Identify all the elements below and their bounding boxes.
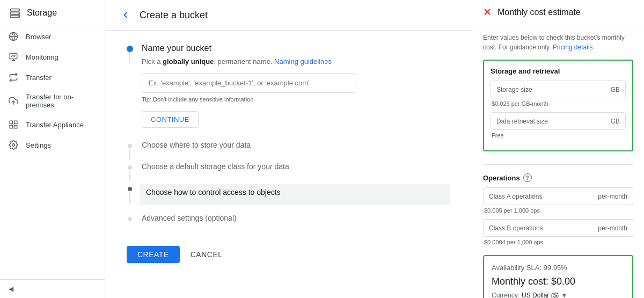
storage-retrieval-box: Storage and retrieval Storage size GB $0… [483, 60, 633, 151]
step-bullet-advanced [128, 217, 132, 221]
page-title: Create a bucket [140, 10, 208, 21]
monthly-cost: Monthly cost: $0.00 [492, 276, 625, 287]
step-name-subtitle: Pick a globally unique, permanent name. … [142, 57, 450, 66]
storage-icon [9, 6, 21, 19]
availability-box: Availability SLA: 99.95% Monthly cost: $… [483, 255, 633, 298]
step-bullet-class [128, 165, 132, 170]
svg-rect-12 [10, 121, 12, 123]
grid-icon [9, 120, 18, 129]
transfer-appliance-label: Transfer Appliance [26, 121, 84, 129]
svg-point-3 [18, 10, 19, 11]
input-tip: Tip: Don't include any sensitive informa… [142, 96, 450, 103]
step-bullet-access [128, 187, 132, 191]
cost-divider-1 [483, 164, 633, 165]
transfer-label: Transfer [26, 74, 52, 82]
class-b-rate: $0.0004 per 1,000 ops [483, 239, 633, 245]
class-b-input[interactable] [576, 224, 598, 232]
sidebar-header: Storage [0, 0, 105, 26]
currency-dropdown[interactable]: ▼ [561, 292, 567, 298]
step-advanced: Advanced settings (optional) [127, 214, 450, 233]
monitoring-icon [9, 52, 18, 62]
retrieval-size-input[interactable] [579, 117, 611, 125]
retrieval-size-unit: GB [611, 118, 620, 125]
storage-retrieval-section: Storage and retrieval Storage size GB $0… [472, 60, 644, 160]
storage-size-unit: GB [611, 86, 620, 93]
browser-icon [9, 32, 18, 41]
step-store-title: Choose where to store your data [142, 141, 450, 149]
step-store: Choose where to store your data [127, 141, 450, 160]
create-button[interactable]: CREATE [127, 246, 180, 263]
sidebar-item-transfer[interactable]: Transfer [0, 67, 100, 88]
class-b-label: Class B operations [489, 224, 576, 232]
svg-point-4 [18, 13, 19, 14]
class-a-label: Class A operations [489, 193, 576, 200]
operations-section: Operations ? Class A operations per-mont… [472, 173, 644, 255]
browser-label: Browser [26, 33, 52, 41]
continue-button[interactable]: CONTINUE [142, 111, 199, 128]
class-b-unit: per-month [598, 224, 627, 232]
step-name: Name your bucket Pick a globally unique,… [127, 43, 450, 139]
step-connector-4 [129, 192, 130, 203]
storage-size-label: Storage size [496, 86, 579, 93]
currency-label: Currency: [492, 292, 519, 298]
storage-size-input[interactable] [579, 85, 611, 93]
sidebar-item-browser[interactable]: Browser [0, 26, 100, 47]
step-connector [129, 52, 130, 63]
naming-guidelines-link[interactable]: Naming guidelines [274, 57, 332, 66]
class-b-row: Class B operations per-month [483, 219, 633, 237]
close-cost-button[interactable]: ✕ [483, 8, 491, 17]
svg-point-5 [18, 16, 19, 17]
retrieval-size-row: Data retrieval size GB [491, 112, 626, 130]
svg-rect-15 [14, 126, 17, 128]
class-a-row: Class A operations per-month [483, 187, 633, 205]
sidebar-item-settings[interactable]: Settings [0, 135, 100, 155]
settings-label: Settings [26, 141, 51, 149]
sidebar-title: Storage [27, 8, 57, 18]
transfer-icon [9, 72, 18, 82]
currency-value: US Dollar ($) [522, 292, 559, 298]
back-button[interactable] [118, 8, 133, 23]
sidebar-item-monitoring[interactable]: Monitoring [0, 47, 100, 67]
bucket-name-input-container[interactable] [142, 73, 356, 93]
operations-help-icon[interactable]: ? [523, 173, 532, 182]
step-access-content: Choose how to control access to objects [142, 184, 450, 212]
pricing-details-link[interactable]: Pricing details [553, 43, 593, 51]
step-store-content: Choose where to store your data [142, 141, 450, 160]
step-storage-class: Choose a default storage class for your … [127, 162, 450, 181]
storage-rate: $0.026 per GB-month [491, 100, 626, 107]
step-storage-class-title: Choose a default storage class for your … [142, 162, 450, 171]
main-content: Create a bucket Name your bucket Pick a … [105, 0, 472, 298]
step-access-title: Choose how to control access to objects [146, 188, 444, 197]
upload-cloud-icon [9, 96, 18, 106]
monitoring-label: Monitoring [26, 53, 58, 61]
step-bullet-store [128, 144, 132, 148]
svg-point-16 [12, 144, 15, 147]
step-connector-2 [129, 149, 130, 160]
cost-panel-header: ✕ Monthly cost estimate [472, 0, 644, 25]
step-advanced-title: Advanced settings (optional) [142, 214, 450, 222]
transfer-on-premises-label: Transfer for on-premises [26, 93, 92, 109]
collapse-icon: ◀ [9, 285, 13, 293]
steps-container: Name your bucket Pick a globally unique,… [105, 31, 472, 276]
sidebar-collapse-button[interactable]: ◀ [0, 279, 105, 298]
retrieval-size-label: Data retrieval size [496, 118, 579, 125]
sidebar-item-transfer-on-premises[interactable]: Transfer for on-premises [0, 88, 100, 114]
storage-size-row: Storage size GB [491, 81, 626, 98]
step-connector-3 [129, 171, 130, 181]
retrieval-rate: Free [491, 132, 626, 139]
sidebar-item-transfer-appliance[interactable]: Transfer Appliance [0, 114, 100, 135]
svg-rect-13 [14, 121, 17, 123]
step-advanced-content: Advanced settings (optional) [142, 214, 450, 233]
step-access: Choose how to control access to objects [127, 184, 450, 212]
cancel-button[interactable]: CANCEL [184, 246, 229, 263]
settings-icon [9, 140, 18, 150]
step-name-content: Name your bucket Pick a globally unique,… [142, 43, 450, 139]
bucket-name-input[interactable] [149, 79, 349, 87]
availability-sla: Availability SLA: 99.95% [492, 264, 625, 272]
cost-panel-title: Monthly cost estimate [497, 8, 581, 17]
main-header: Create a bucket [105, 0, 472, 31]
class-a-input[interactable] [576, 192, 598, 200]
class-a-unit: per-month [598, 193, 627, 200]
class-a-rate: $0.005 per 1,000 ops [483, 207, 633, 214]
storage-retrieval-title: Storage and retrieval [491, 67, 626, 75]
